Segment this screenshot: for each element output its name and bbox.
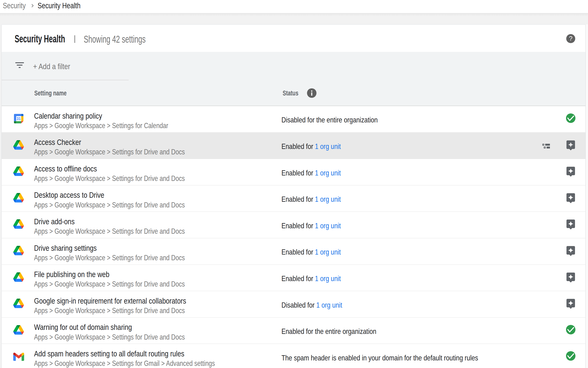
svg-text:31: 31: [17, 117, 21, 121]
svg-text:?: ?: [569, 35, 572, 42]
